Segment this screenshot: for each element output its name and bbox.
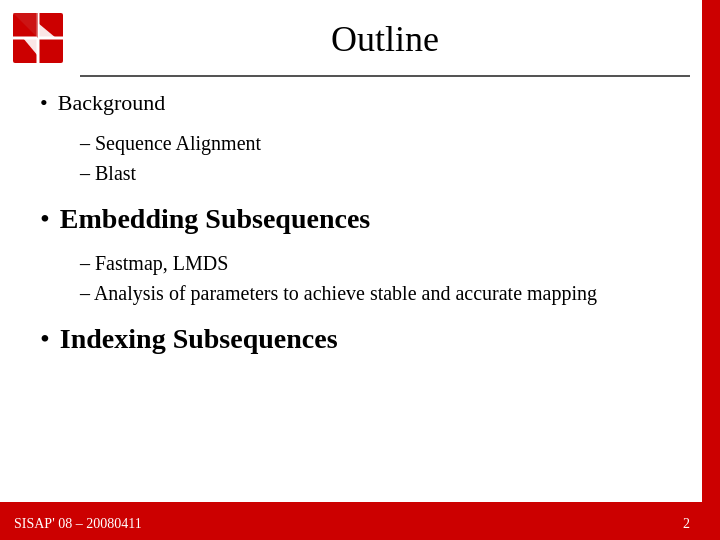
embedding-label: Embedding Subsequences [60,202,370,236]
bullet-dot-indexing: • [40,322,50,356]
sub-item-blast: – Blast [80,158,690,188]
indexing-label: Indexing Subsequences [60,322,338,356]
bullet-indexing: • Indexing Subsequences [40,322,690,356]
background-label: Background [58,90,166,116]
sub-item-analysis: – Analysis of parameters to achieve stab… [80,278,690,308]
logo [8,8,68,68]
page-number: 2 [683,516,690,532]
indexing-section: • Indexing Subsequences [40,322,690,356]
embedding-section: • Embedding Subsequences – Fastmap, LMDS… [40,202,690,308]
bullet-embedding: • Embedding Subsequences [40,202,690,236]
slide-content: • Background – Sequence Alignment – Blas… [40,90,690,490]
footer-citation: SISAP' 08 – 20080411 [14,516,142,532]
right-border [702,0,720,540]
embedding-subitems: – Fastmap, LMDS – Analysis of parameters… [80,248,690,308]
bullet-dot-embedding: • [40,202,50,236]
title-divider [80,75,690,77]
sub-item-sequence-alignment: – Sequence Alignment [80,128,690,158]
bullet-dot-background: • [40,90,48,116]
sub-item-fastmap: – Fastmap, LMDS [80,248,690,278]
background-subitems: – Sequence Alignment – Blast [80,128,690,188]
slide-title: Outline [331,19,439,59]
background-section: • Background – Sequence Alignment – Blas… [40,90,690,188]
slide-title-area: Outline [80,18,690,60]
bullet-background: • Background [40,90,690,116]
